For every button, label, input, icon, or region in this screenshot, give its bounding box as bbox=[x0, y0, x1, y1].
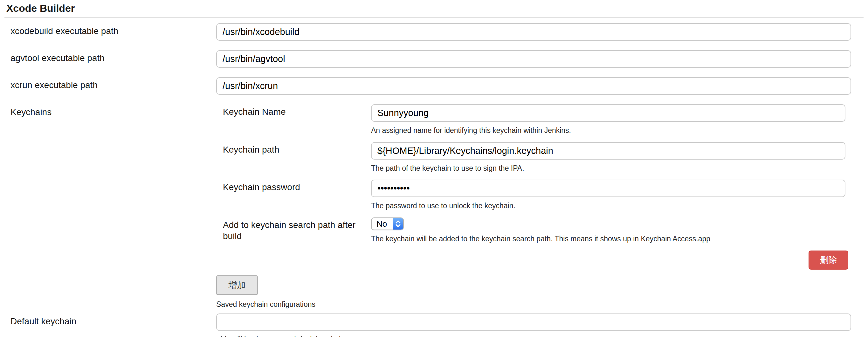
section-header: Xcode Builder bbox=[0, 0, 868, 14]
agvtool-path-input[interactable] bbox=[216, 50, 851, 68]
form-row-default-keychain: Default keychain This will be the system… bbox=[0, 313, 868, 337]
saved-keychain-configurations-note: Saved keychain configurations bbox=[216, 300, 851, 309]
form-row-xcodebuild: xcodebuild executable path bbox=[0, 23, 868, 41]
keychain-name-input[interactable] bbox=[371, 104, 845, 122]
keychain-path-row: Keychain path The path of the keychain t… bbox=[216, 142, 851, 180]
keychain-password-input[interactable] bbox=[371, 180, 845, 197]
keychain-path-help: The path of the keychain to use to sign … bbox=[371, 164, 845, 173]
delete-keychain-button[interactable]: 删除 bbox=[809, 250, 848, 270]
select-stepper-icon bbox=[393, 218, 403, 229]
add-to-search-path-label: Add to keychain search path after build bbox=[216, 217, 371, 242]
form-row-agvtool: agvtool executable path bbox=[0, 50, 868, 68]
add-to-search-path-help: The keychain will be added to the keycha… bbox=[371, 234, 845, 244]
agvtool-path-label: agvtool executable path bbox=[0, 50, 216, 64]
xcodebuild-path-label: xcodebuild executable path bbox=[0, 23, 216, 36]
xcode-builder-form: xcodebuild executable path agvtool execu… bbox=[0, 18, 868, 337]
form-row-xcrun: xcrun executable path bbox=[0, 77, 868, 95]
form-row-keychains: Keychains Keychain Name An assigned name… bbox=[0, 104, 868, 270]
keychain-path-label: Keychain path bbox=[216, 142, 371, 155]
keychain-password-row: Keychain password The password to use to… bbox=[216, 180, 851, 217]
xcrun-path-input[interactable] bbox=[216, 77, 851, 95]
keychain-delete-row: 删除 bbox=[216, 250, 848, 270]
add-keychain-label-spacer bbox=[0, 275, 216, 278]
default-keychain-input[interactable] bbox=[216, 313, 851, 331]
add-keychain-button[interactable]: 增加 bbox=[216, 275, 258, 295]
add-to-search-path-select[interactable]: No bbox=[371, 217, 404, 230]
keychain-name-row: Keychain Name An assigned name for ident… bbox=[216, 104, 851, 142]
add-to-search-path-selected-value: No bbox=[372, 218, 393, 229]
keychains-label: Keychains bbox=[0, 104, 216, 118]
page-title: Xcode Builder bbox=[6, 3, 868, 14]
xcodebuild-path-input[interactable] bbox=[216, 23, 851, 41]
keychain-name-label: Keychain Name bbox=[216, 104, 371, 117]
keychain-search-path-row: Add to keychain search path after build … bbox=[216, 217, 851, 250]
keychain-path-input[interactable] bbox=[371, 142, 845, 160]
default-keychain-label: Default keychain bbox=[0, 313, 216, 327]
form-row-add-keychain: 增加 Saved keychain configurations bbox=[0, 275, 868, 309]
keychain-password-help: The password to use to unlock the keycha… bbox=[371, 201, 845, 211]
keychain-password-label: Keychain password bbox=[216, 180, 371, 193]
default-keychain-help: This will be the system default keychain bbox=[216, 335, 851, 337]
xcrun-path-label: xcrun executable path bbox=[0, 77, 216, 91]
keychain-name-help: An assigned name for identifying this ke… bbox=[371, 126, 845, 135]
